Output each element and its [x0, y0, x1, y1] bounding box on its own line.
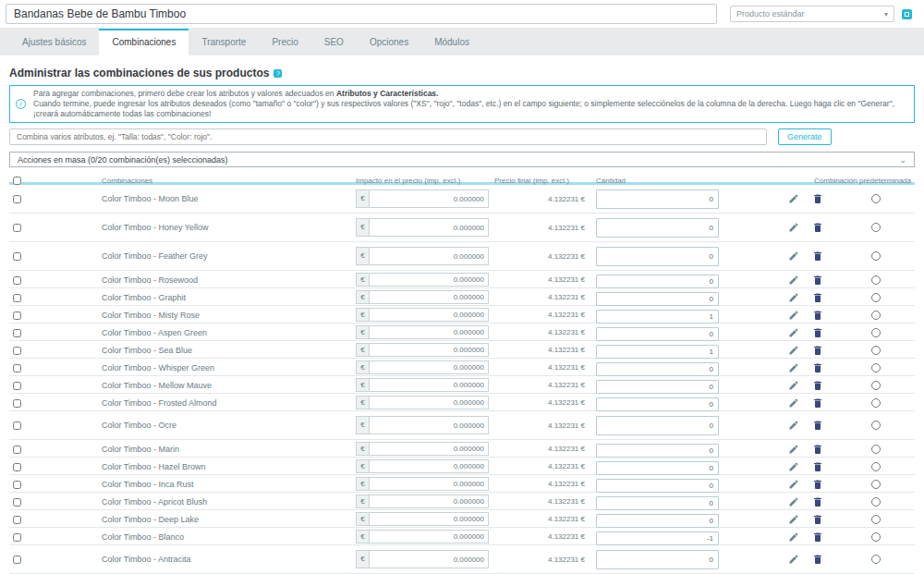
help-tooltip-icon[interactable]: ? — [274, 69, 282, 78]
default-combination-radio[interactable] — [871, 311, 881, 320]
delete-icon[interactable] — [812, 397, 823, 409]
quantity-input[interactable] — [596, 189, 719, 209]
price-impact-input[interactable] — [369, 325, 489, 339]
row-checkbox[interactable] — [13, 276, 21, 285]
edit-icon[interactable] — [788, 310, 799, 321]
price-impact-input[interactable] — [369, 273, 489, 287]
edit-icon[interactable] — [788, 222, 799, 233]
default-combination-radio[interactable] — [871, 515, 881, 524]
price-impact-input[interactable] — [369, 218, 489, 237]
default-combination-radio[interactable] — [871, 275, 881, 285]
row-checkbox[interactable] — [13, 498, 21, 507]
row-checkbox[interactable] — [13, 516, 21, 524]
default-combination-radio[interactable] — [871, 398, 881, 408]
delete-icon[interactable] — [812, 275, 823, 286]
default-combination-radio[interactable] — [871, 445, 881, 454]
default-combination-radio[interactable] — [871, 462, 881, 471]
delete-icon[interactable] — [812, 531, 823, 543]
quantity-input[interactable] — [596, 496, 719, 510]
delete-icon[interactable] — [812, 327, 823, 338]
price-impact-input[interactable] — [369, 189, 489, 208]
edit-icon[interactable] — [788, 397, 799, 409]
bulk-actions-toggle[interactable]: Acciones en masa (0/20 combinación(es) s… — [9, 152, 915, 167]
delete-icon[interactable] — [812, 345, 823, 356]
default-combination-radio[interactable] — [871, 363, 881, 372]
row-checkbox[interactable] — [13, 224, 21, 232]
quantity-input[interactable] — [596, 531, 719, 545]
delete-icon[interactable] — [812, 554, 823, 565]
delete-icon[interactable] — [812, 461, 823, 472]
delete-icon[interactable] — [812, 380, 823, 391]
quantity-input[interactable] — [596, 397, 719, 411]
edit-icon[interactable] — [788, 275, 799, 286]
quantity-input[interactable] — [596, 550, 719, 569]
quantity-input[interactable] — [596, 461, 719, 475]
row-checkbox[interactable] — [13, 399, 21, 408]
row-checkbox[interactable] — [13, 195, 21, 203]
row-checkbox[interactable] — [13, 446, 21, 454]
row-checkbox[interactable] — [13, 421, 21, 430]
price-impact-input[interactable] — [369, 512, 489, 526]
row-checkbox[interactable] — [13, 364, 21, 372]
price-impact-input[interactable] — [369, 290, 489, 304]
default-combination-radio[interactable] — [871, 480, 881, 489]
quantity-input[interactable] — [596, 218, 719, 238]
default-combination-radio[interactable] — [871, 381, 881, 390]
default-combination-radio[interactable] — [871, 555, 881, 564]
default-combination-radio[interactable] — [871, 421, 881, 430]
delete-icon[interactable] — [812, 250, 823, 262]
row-checkbox[interactable] — [13, 481, 21, 489]
quantity-input[interactable] — [596, 292, 719, 306]
delete-icon[interactable] — [812, 292, 823, 303]
price-impact-input[interactable] — [369, 477, 489, 491]
edit-icon[interactable] — [788, 420, 799, 431]
tab-m-dulos[interactable]: Módulos — [421, 30, 482, 55]
default-combination-radio[interactable] — [871, 346, 881, 355]
quantity-input[interactable] — [596, 247, 719, 266]
row-checkbox[interactable] — [13, 382, 21, 390]
price-impact-input[interactable] — [369, 378, 489, 392]
edit-icon[interactable] — [788, 479, 799, 490]
edit-icon[interactable] — [788, 444, 799, 455]
quantity-input[interactable] — [596, 310, 719, 324]
edit-icon[interactable] — [788, 380, 799, 391]
delete-icon[interactable] — [812, 514, 823, 525]
delete-icon[interactable] — [812, 193, 823, 204]
row-checkbox[interactable] — [13, 533, 21, 542]
tab-opciones[interactable]: Opciones — [357, 30, 421, 55]
edit-icon[interactable] — [788, 362, 799, 373]
default-combination-radio[interactable] — [871, 194, 881, 203]
edit-icon[interactable] — [788, 496, 799, 507]
quantity-input[interactable] — [596, 514, 719, 528]
price-impact-input[interactable] — [369, 343, 489, 357]
edit-icon[interactable] — [788, 514, 799, 525]
row-checkbox[interactable] — [13, 294, 21, 302]
quantity-input[interactable] — [596, 345, 719, 359]
row-checkbox[interactable] — [13, 329, 21, 337]
tab-precio[interactable]: Precio — [259, 30, 310, 55]
edit-icon[interactable] — [788, 327, 799, 338]
price-impact-input[interactable] — [369, 550, 489, 568]
select-all-checkbox[interactable] — [13, 177, 21, 185]
edit-icon[interactable] — [788, 193, 799, 204]
attributes-search-input[interactable] — [9, 128, 767, 145]
price-impact-input[interactable] — [369, 495, 489, 508]
tab-ajustes-b-sicos[interactable]: Ajustes básicos — [9, 30, 99, 55]
delete-icon[interactable] — [812, 222, 823, 233]
edit-icon[interactable] — [788, 461, 799, 472]
tab-transporte[interactable]: Transporte — [188, 30, 259, 55]
tab-seo[interactable]: SEO — [311, 30, 357, 55]
row-checkbox[interactable] — [13, 347, 21, 355]
quantity-input[interactable] — [596, 416, 719, 435]
delete-icon[interactable] — [812, 479, 823, 490]
price-impact-input[interactable] — [369, 416, 489, 434]
default-combination-radio[interactable] — [871, 251, 881, 261]
edit-icon[interactable] — [788, 292, 799, 303]
default-combination-radio[interactable] — [871, 223, 881, 232]
price-impact-input[interactable] — [369, 360, 489, 374]
row-checkbox[interactable] — [13, 252, 21, 261]
default-combination-radio[interactable] — [871, 293, 881, 302]
row-checkbox[interactable] — [13, 556, 21, 564]
edit-icon[interactable] — [788, 250, 799, 262]
generate-button[interactable]: Generate — [778, 128, 832, 145]
